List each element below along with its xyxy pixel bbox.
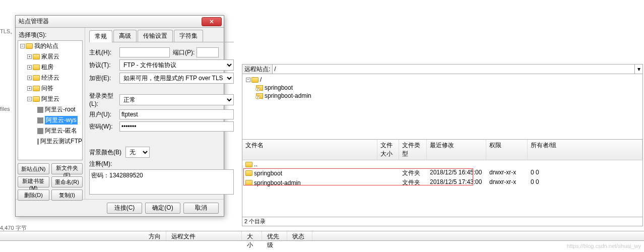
col-owner[interactable]: 所有者/组 bbox=[528, 140, 642, 160]
tree-item[interactable]: +家居云 bbox=[18, 51, 82, 62]
protocol-select[interactable]: FTP - 文件传输协议 bbox=[119, 59, 234, 71]
cancel-button[interactable]: 取消 bbox=[183, 203, 219, 214]
table-body[interactable]: .. springboot 文件夹 2018/12/5 16:45:00 drw… bbox=[242, 160, 642, 217]
tree-item[interactable]: +租房 bbox=[18, 62, 82, 73]
remote-label: 远程站点: bbox=[242, 65, 273, 74]
ok-button[interactable]: 确定(O) bbox=[145, 203, 180, 214]
question-icon: ? bbox=[255, 95, 260, 99]
tab-general[interactable]: 常规 bbox=[89, 30, 112, 42]
collapse-icon[interactable]: − bbox=[20, 44, 25, 48]
collapse-icon[interactable]: − bbox=[246, 78, 250, 82]
bg-files-text: files bbox=[0, 106, 10, 112]
expand-icon[interactable]: + bbox=[27, 54, 32, 59]
copy-button[interactable]: 复制(I) bbox=[51, 190, 83, 201]
tabs: 常规 高级 传输设置 字符集 bbox=[89, 30, 234, 42]
folder-icon bbox=[251, 77, 259, 83]
folder-icon: ? bbox=[256, 85, 263, 91]
pass-input[interactable] bbox=[119, 121, 234, 132]
delete-button[interactable]: 删除(D) bbox=[18, 190, 49, 201]
new-bookmark-button[interactable]: 新建书签(M) bbox=[18, 176, 49, 187]
folder-icon bbox=[245, 170, 252, 176]
remote-tree-item[interactable]: ?springboot-admin bbox=[244, 92, 641, 100]
rename-button[interactable]: 重命名(R) bbox=[51, 176, 83, 187]
qcol-status[interactable]: 状态 bbox=[287, 231, 312, 240]
select-label: 选择项(S): bbox=[18, 31, 83, 39]
tree-item[interactable]: +经济云 bbox=[18, 73, 82, 83]
site-icon bbox=[37, 107, 43, 113]
site-icon bbox=[37, 139, 39, 145]
tree-subitem[interactable]: 阿里云-匿名 bbox=[18, 125, 82, 136]
remote-status: 2 个目录 bbox=[242, 217, 643, 226]
close-button[interactable]: ✕ bbox=[202, 17, 222, 26]
qcol-size[interactable]: 大小 bbox=[242, 231, 262, 240]
protocol-label: 协议(T): bbox=[89, 61, 119, 70]
col-type[interactable]: 文件类型 bbox=[399, 140, 427, 160]
left-pane: 选择项(S): −我的站点 +家居云 +租房 +经济云 +问答 −阿里云 阿里云… bbox=[16, 28, 85, 199]
table-row[interactable]: .. bbox=[242, 160, 642, 168]
user-input[interactable] bbox=[119, 109, 234, 119]
comment-label: 注释(M): bbox=[89, 160, 234, 168]
table-row[interactable]: springboot 文件夹 2018/12/5 16:45:00 drwxr-… bbox=[242, 168, 642, 178]
folder-icon bbox=[245, 180, 252, 185]
col-size[interactable]: 文件大小 bbox=[377, 140, 399, 160]
folder-icon bbox=[33, 65, 40, 70]
tree-subitem[interactable]: 阿里云测试FTP bbox=[18, 136, 82, 147]
watermark: https://blog.csdn.net/shuai_wy bbox=[567, 243, 641, 249]
connect-button[interactable]: 连接(C) bbox=[107, 203, 142, 214]
col-date[interactable]: 最近修改 bbox=[427, 140, 486, 160]
table-row[interactable]: springboot-admin 文件夹 2018/12/5 17:43:00 … bbox=[242, 178, 642, 187]
logintype-select[interactable]: 正常 bbox=[119, 94, 234, 105]
expand-icon[interactable]: + bbox=[27, 86, 32, 91]
titlebar[interactable]: 站点管理器 ✕ bbox=[16, 16, 224, 28]
bgcolor-label: 背景颜色(B) bbox=[89, 148, 125, 157]
remote-tree-item[interactable]: ?springboot bbox=[244, 84, 641, 92]
tab-transfer[interactable]: 传输设置 bbox=[138, 30, 173, 42]
expand-icon[interactable]: + bbox=[27, 76, 32, 80]
col-name[interactable]: 文件名 bbox=[242, 140, 377, 160]
encrypt-select[interactable]: 如果可用，使用显式的 FTP over TLS bbox=[119, 73, 234, 84]
close-icon: ✕ bbox=[209, 18, 214, 25]
tree-subitem[interactable]: 阿里云-root bbox=[18, 104, 82, 115]
folder-icon bbox=[245, 162, 252, 167]
qcol-priority[interactable]: 优先级 bbox=[262, 231, 287, 240]
remote-panel: 远程站点: ▾ −/ ?springboot ?springboot-admin… bbox=[242, 64, 643, 226]
port-input[interactable] bbox=[197, 47, 219, 57]
host-input[interactable] bbox=[119, 47, 170, 57]
remote-tree[interactable]: −/ ?springboot ?springboot-admin bbox=[242, 74, 643, 140]
tree-root[interactable]: −我的站点 bbox=[18, 41, 82, 51]
qcol-remotefile[interactable]: 远程文件 bbox=[166, 231, 242, 240]
site-tree[interactable]: −我的站点 +家居云 +租房 +经济云 +问答 −阿里云 阿里云-root 阿里… bbox=[18, 40, 83, 160]
folder-icon bbox=[33, 75, 40, 81]
file-table: 文件名 文件大小 文件类型 最近修改 权限 所有者/组 .. springboo… bbox=[242, 140, 643, 217]
comment-textarea[interactable]: 密码：1342889520 bbox=[89, 169, 234, 195]
site-icon bbox=[37, 117, 43, 123]
expand-icon[interactable]: + bbox=[27, 65, 32, 70]
remote-tree-root[interactable]: −/ bbox=[244, 76, 641, 84]
new-folder-button[interactable]: 新文件夹(F) bbox=[51, 163, 83, 174]
folder-icon bbox=[26, 43, 33, 49]
queue-header: 方向 远程文件 大小 优先级 状态 bbox=[0, 231, 644, 241]
question-icon: ? bbox=[255, 87, 260, 91]
tree-subitem-selected[interactable]: 阿里云-wys bbox=[18, 115, 82, 125]
folder-icon bbox=[33, 86, 40, 91]
remote-path-bar: 远程站点: ▾ bbox=[242, 64, 643, 74]
qcol-direction[interactable]: 方向 bbox=[0, 231, 166, 240]
folder-icon bbox=[33, 54, 40, 59]
right-pane: 常规 高级 传输设置 字符集 主机(H): 端口(P): 协议(T): FTP … bbox=[85, 28, 238, 199]
tab-charset[interactable]: 字符集 bbox=[174, 30, 203, 42]
tree-item[interactable]: +问答 bbox=[18, 83, 82, 94]
bgcolor-select[interactable]: 无 bbox=[125, 147, 150, 158]
user-label: 用户(U): bbox=[89, 110, 119, 119]
host-label: 主机(H): bbox=[89, 48, 119, 57]
folder-icon: ? bbox=[256, 93, 263, 99]
col-perm[interactable]: 权限 bbox=[486, 140, 528, 160]
table-header: 文件名 文件大小 文件类型 最近修改 权限 所有者/组 bbox=[242, 140, 642, 160]
chevron-down-icon[interactable]: ▾ bbox=[634, 65, 642, 74]
pass-label: 密码(W): bbox=[89, 122, 119, 131]
site-buttons: 新站点(N) 新文件夹(F) 新建书签(M) 重命名(R) 删除(D) 复制(I… bbox=[18, 163, 83, 201]
collapse-icon[interactable]: − bbox=[27, 97, 32, 101]
tab-advanced[interactable]: 高级 bbox=[113, 30, 137, 42]
tree-item[interactable]: −阿里云 bbox=[18, 94, 82, 104]
remote-path-input[interactable] bbox=[273, 65, 634, 74]
new-site-button[interactable]: 新站点(N) bbox=[18, 163, 49, 174]
